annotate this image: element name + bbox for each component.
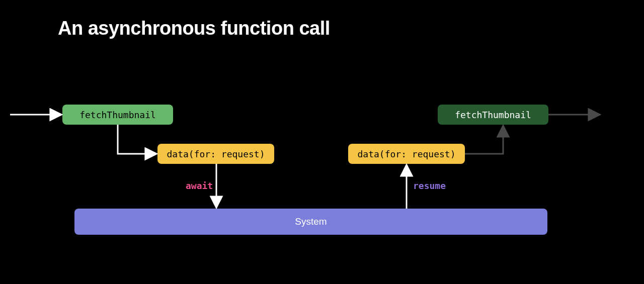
- box-fetch-thumbnail-start: fetchThumbnail: [62, 105, 173, 125]
- box-label: System: [295, 216, 327, 227]
- slide-title: An asynchronous function call: [58, 18, 330, 39]
- label-await: await: [186, 180, 213, 191]
- box-data-request-right: data(for: request): [348, 144, 465, 164]
- box-label: data(for: request): [167, 149, 265, 159]
- box-label: data(for: request): [357, 149, 455, 159]
- box-fetch-thumbnail-resume: fetchThumbnail: [438, 105, 548, 125]
- box-label: fetchThumbnail: [79, 110, 156, 120]
- flow-arrows: [0, 0, 644, 284]
- box-data-request-left: data(for: request): [157, 144, 274, 164]
- box-label: fetchThumbnail: [455, 110, 531, 120]
- box-system: System: [74, 209, 547, 235]
- label-resume: resume: [413, 180, 446, 191]
